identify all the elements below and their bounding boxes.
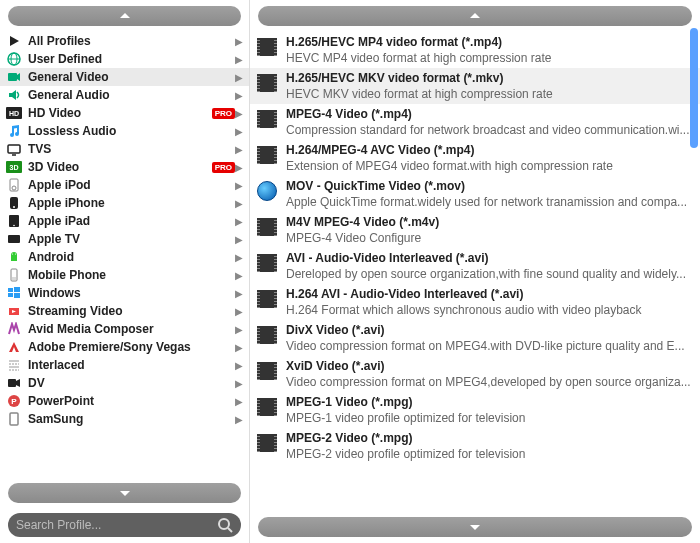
format-item[interactable]: H.264/MPEG-4 AVC Video (*.mp4)Extension …: [250, 140, 700, 176]
format-text: M4V MPEG-4 Video (*.m4v)MPEG-4 Video Con…: [286, 214, 692, 246]
left-scroll-up[interactable]: [8, 6, 241, 26]
format-desc: Video compression format on MPEG4.with D…: [286, 338, 692, 354]
category-item[interactable]: SamSung▶: [0, 410, 249, 428]
svg-text:P: P: [11, 397, 17, 406]
film-icon: [257, 146, 277, 164]
format-item[interactable]: AVI - Audio-Video Interleaved (*.avi)Der…: [250, 248, 700, 284]
category-label: General Video: [28, 70, 235, 84]
quicktime-icon: [257, 181, 277, 201]
format-desc: MPEG-2 video profile optimized for telev…: [286, 446, 692, 462]
scrollbar-thumb[interactable]: [690, 28, 698, 148]
film-icon: [257, 398, 277, 416]
chevron-right-icon: ▶: [235, 234, 243, 245]
format-text: MOV - QuickTime Video (*.mov)Apple Quick…: [286, 178, 692, 210]
right-scroll-up[interactable]: [258, 6, 692, 26]
category-label: Windows: [28, 286, 235, 300]
category-list: All Profiles▶User Defined▶General Video▶…: [0, 32, 249, 477]
scrollbar-track[interactable]: [690, 28, 698, 513]
category-item[interactable]: General Audio▶: [0, 86, 249, 104]
category-item[interactable]: User Defined▶: [0, 50, 249, 68]
search-input[interactable]: [16, 518, 217, 532]
android-icon: [6, 249, 22, 265]
chevron-right-icon: ▶: [235, 378, 243, 389]
chevron-right-icon: ▶: [235, 306, 243, 317]
film-icon: [257, 254, 277, 272]
svg-rect-33: [10, 413, 18, 425]
windows-icon: [6, 285, 22, 301]
category-item[interactable]: HDHD VideoPRO▶: [0, 104, 249, 122]
format-item[interactable]: M4V MPEG-4 Video (*.m4v)MPEG-4 Video Con…: [250, 212, 700, 248]
film-icon: [257, 38, 277, 56]
format-item[interactable]: MPEG-1 Video (*.mpg)MPEG-1 video profile…: [250, 392, 700, 428]
format-text: DivX Video (*.avi)Video compression form…: [286, 322, 692, 354]
format-desc: Video compression format on MPEG4,develo…: [286, 374, 692, 390]
category-item[interactable]: Lossless Audio▶: [0, 122, 249, 140]
category-item[interactable]: TVS▶: [0, 140, 249, 158]
category-item[interactable]: Apple iPhone▶: [0, 194, 249, 212]
svg-rect-3: [8, 73, 17, 81]
mobile-icon: [6, 267, 22, 283]
category-item[interactable]: Apple TV▶: [0, 230, 249, 248]
category-label: User Defined: [28, 52, 235, 66]
film-icon: [257, 110, 277, 128]
format-panel: H.265/HEVC MP4 video format (*.mp4)HEVC …: [250, 0, 700, 543]
category-item[interactable]: Interlaced▶: [0, 356, 249, 374]
category-item[interactable]: Apple iPod▶: [0, 176, 249, 194]
format-title: AVI - Audio-Video Interleaved (*.avi): [286, 250, 692, 266]
category-item[interactable]: Avid Media Composer▶: [0, 320, 249, 338]
search-icon[interactable]: [217, 517, 233, 533]
chevron-right-icon: ▶: [235, 198, 243, 209]
category-label: Interlaced: [28, 358, 235, 372]
svg-rect-10: [10, 179, 18, 191]
format-item[interactable]: MPEG-2 Video (*.mpg)MPEG-2 video profile…: [250, 428, 700, 464]
category-item[interactable]: Apple iPad▶: [0, 212, 249, 230]
category-item[interactable]: PPowerPoint▶: [0, 392, 249, 410]
format-text: AVI - Audio-Video Interleaved (*.avi)Der…: [286, 250, 692, 282]
pro-badge: PRO: [212, 108, 235, 119]
category-label: Apple iPhone: [28, 196, 235, 210]
category-label: Apple iPod: [28, 178, 235, 192]
format-item[interactable]: DivX Video (*.avi)Video compression form…: [250, 320, 700, 356]
chevron-right-icon: ▶: [235, 342, 243, 353]
category-item[interactable]: Mobile Phone▶: [0, 266, 249, 284]
ipad-icon: [6, 213, 22, 229]
format-item[interactable]: H.265/HEVC MP4 video format (*.mp4)HEVC …: [250, 32, 700, 68]
svg-rect-24: [14, 293, 20, 298]
svg-text:3D: 3D: [10, 164, 19, 171]
format-item[interactable]: H.264 AVI - Audio-Video Interleaved (*.a…: [250, 284, 700, 320]
format-title: H.264/MPEG-4 AVC Video (*.mp4): [286, 142, 692, 158]
chevron-right-icon: ▶: [235, 36, 243, 47]
film-icon: [257, 326, 277, 344]
chevron-down-icon: [469, 523, 481, 531]
format-desc: Compression standard for network broadca…: [286, 122, 692, 138]
format-title: MOV - QuickTime Video (*.mov): [286, 178, 692, 194]
format-item[interactable]: XviD Video (*.avi)Video compression form…: [250, 356, 700, 392]
format-item[interactable]: MPEG-4 Video (*.mp4)Compression standard…: [250, 104, 700, 140]
samsung-icon: [6, 411, 22, 427]
svg-rect-21: [8, 288, 13, 292]
format-title: H.265/HEVC MKV video format (*.mkv): [286, 70, 692, 86]
category-item[interactable]: Adobe Premiere/Sony Vegas▶: [0, 338, 249, 356]
category-label: DV: [28, 376, 235, 390]
category-item[interactable]: All Profiles▶: [0, 32, 249, 50]
category-item[interactable]: Android▶: [0, 248, 249, 266]
format-item[interactable]: MOV - QuickTime Video (*.mov)Apple Quick…: [250, 176, 700, 212]
stream-icon: [6, 303, 22, 319]
left-scroll-down[interactable]: [8, 483, 241, 503]
svg-point-17: [12, 253, 13, 254]
play-icon: [6, 33, 22, 49]
category-label: Avid Media Composer: [28, 322, 235, 336]
film-icon: [257, 434, 277, 452]
film-icon: [257, 218, 277, 236]
svg-rect-23: [8, 293, 13, 297]
category-item[interactable]: 3D3D VideoPRO▶: [0, 158, 249, 176]
format-item[interactable]: H.265/HEVC MKV video format (*.mkv)HEVC …: [250, 68, 700, 104]
category-item[interactable]: DV▶: [0, 374, 249, 392]
category-item[interactable]: Windows▶: [0, 284, 249, 302]
category-item[interactable]: General Video▶: [0, 68, 249, 86]
format-desc: HEVC MKV video format at high compressio…: [286, 86, 692, 102]
category-item[interactable]: Streaming Video▶: [0, 302, 249, 320]
right-scroll-down[interactable]: [258, 517, 692, 537]
format-title: M4V MPEG-4 Video (*.m4v): [286, 214, 692, 230]
format-desc: Apple QuickTime format.widely used for n…: [286, 194, 692, 210]
